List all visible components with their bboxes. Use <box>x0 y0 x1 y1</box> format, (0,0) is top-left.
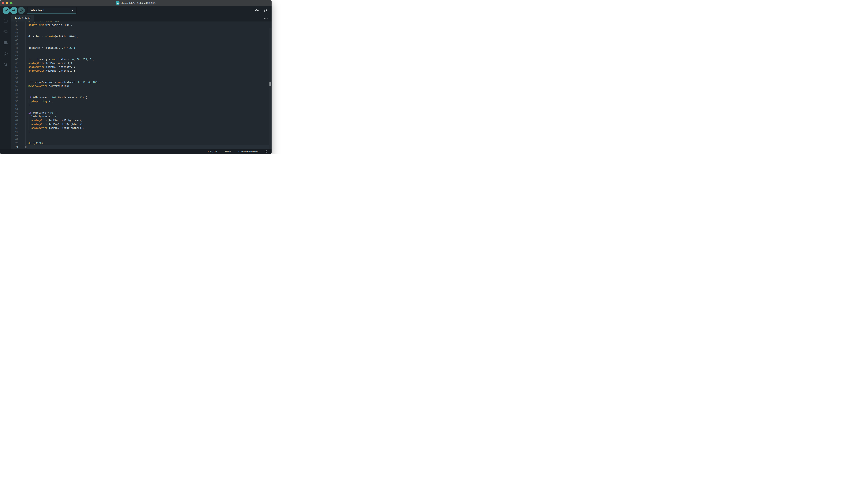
code-line[interactable]: 52 <box>11 73 269 76</box>
notifications-button[interactable] <box>264 150 269 153</box>
code-line[interactable]: 56 <box>11 88 269 92</box>
line-number: 55 <box>11 84 18 88</box>
activity-sidebar <box>0 15 11 149</box>
line-number: 51 <box>11 69 18 73</box>
code-line[interactable]: 51 analogWrite(ledPin3, intensity); <box>11 69 269 73</box>
code-line[interactable]: 57 <box>11 92 269 96</box>
line-number: 52 <box>11 73 18 76</box>
serial-plotter-button[interactable] <box>254 8 259 13</box>
line-number: 40 <box>11 27 18 31</box>
line-number: 38 <box>11 22 18 23</box>
line-number: 58 <box>11 96 18 99</box>
window-title-group: ∞ sketch_feb7a | Arduino IDE 2.0.1 <box>116 1 156 5</box>
sidebar-item-search[interactable] <box>3 62 8 67</box>
code-line[interactable]: 71} <box>11 145 269 149</box>
code-text: duration = pulseIn(echoPin, HIGH); <box>25 34 78 38</box>
code-line[interactable]: 62 if (distance > 50) { <box>11 111 269 114</box>
sidebar-item-debug[interactable] <box>3 51 8 56</box>
verify-button[interactable] <box>3 7 10 14</box>
line-number: 62 <box>11 111 18 114</box>
tab-sketch-feb7a[interactable]: sketch_feb7a.ino <box>11 15 34 22</box>
code-line[interactable]: 69 <box>11 138 269 141</box>
search-icon <box>3 62 8 67</box>
books-icon <box>3 40 8 45</box>
line-number: 46 <box>11 50 18 54</box>
ellipsis-icon <box>264 18 268 19</box>
code-line[interactable]: 67 } <box>11 130 269 134</box>
board-selector-dropdown[interactable]: Select Board <box>27 7 76 14</box>
code-line[interactable]: 66 analogWrite(ledPin3, ledBrightness); <box>11 126 269 130</box>
code-line[interactable]: 61 <box>11 107 269 111</box>
upload-button[interactable] <box>10 7 17 14</box>
code-editor[interactable]: 38 delayMicroseconds(10);39 digitalWrite… <box>11 22 271 149</box>
code-line[interactable]: 38 delayMicroseconds(10); <box>11 22 269 23</box>
code-line[interactable]: 64 analogWrite(ledPin, ledBrightness); <box>11 118 269 122</box>
code-line[interactable]: 43 <box>11 38 269 42</box>
toolbar: Select Board <box>0 6 271 15</box>
line-number: 59 <box>11 99 18 103</box>
sidebar-item-library-manager[interactable] <box>3 40 8 45</box>
code-text: analogWrite(ledPin, intensity); <box>25 61 74 65</box>
line-number: 60 <box>11 103 18 107</box>
editor-column: sketch_feb7a.ino 38 delayMicroseconds(10… <box>11 15 271 149</box>
code-line[interactable]: 59 player.play(4); <box>11 99 269 103</box>
code-line[interactable]: 68 <box>11 134 269 138</box>
minimize-button[interactable] <box>6 2 8 4</box>
debug-button[interactable] <box>18 7 25 14</box>
serial-monitor-button[interactable] <box>263 8 268 13</box>
folder-icon <box>3 19 8 23</box>
waveform-icon <box>255 8 259 12</box>
code-text: analogWrite(ledPin3, ledBrightness); <box>25 126 84 130</box>
line-number: 54 <box>11 80 18 84</box>
traffic-lights <box>2 0 12 6</box>
status-board-selected[interactable]: ✕ No board selected <box>237 150 259 153</box>
code-line[interactable]: 63 ledBrightness = 0; <box>11 114 269 118</box>
code-line[interactable]: 42 duration = pulseIn(echoPin, HIGH); <box>11 34 269 38</box>
code-line[interactable]: 60 } <box>11 103 269 107</box>
main-area: sketch_feb7a.ino 38 delayMicroseconds(10… <box>0 15 271 149</box>
tabbar: sketch_feb7a.ino <box>11 15 271 22</box>
code-line[interactable]: 58 if (distance<= 1000 && distance >= 15… <box>11 96 269 99</box>
titlebar[interactable]: ∞ sketch_feb7a | Arduino IDE 2.0.1 <box>0 0 271 6</box>
code-line[interactable]: 50 analogWrite(ledPin2, intensity); <box>11 65 269 69</box>
x-icon: ✕ <box>238 150 240 153</box>
code-text: analogWrite(ledPin2, ledBrightness); <box>25 122 84 126</box>
code-line[interactable]: 55 myServo.write(servoPosition); <box>11 84 269 88</box>
code-line[interactable]: 46 <box>11 50 269 54</box>
code-line[interactable]: 48 int intensity = map(distance, 0, 50, … <box>11 57 269 61</box>
code-line[interactable]: 45 distance = (duration / 2) / 29.1; <box>11 46 269 50</box>
code-text: } <box>25 103 30 107</box>
code-line[interactable]: 44 <box>11 42 269 46</box>
close-button[interactable] <box>2 2 4 4</box>
code-line[interactable]: 41 <box>11 31 269 34</box>
tab-label: sketch_feb7a.ino <box>14 17 31 19</box>
code-text: digitalWrite(triggerPin, LOW); <box>25 23 72 27</box>
line-number: 47 <box>11 54 18 57</box>
code-line[interactable]: 47 <box>11 54 269 57</box>
code-line[interactable]: 54 int servoPosition = map(distance, 0, … <box>11 80 269 84</box>
line-number: 42 <box>11 34 18 38</box>
window-title: sketch_feb7a | Arduino IDE 2.0.1 <box>121 2 156 4</box>
sidebar-item-boards-manager[interactable] <box>3 30 8 34</box>
code-line[interactable]: 65 analogWrite(ledPin2, ledBrightness); <box>11 122 269 126</box>
code-line[interactable]: 70 delay(100); <box>11 141 269 145</box>
line-number: 61 <box>11 107 18 111</box>
status-encoding[interactable]: UTF-8 <box>224 150 232 153</box>
status-line-col[interactable]: Ln 71, Col 2 <box>206 150 220 153</box>
toolbar-right-group <box>254 6 268 15</box>
scrollbar-thumb[interactable] <box>269 82 271 86</box>
line-number: 70 <box>11 141 18 145</box>
sidebar-item-sketchbook[interactable] <box>3 19 8 23</box>
arduino-ide-window: ∞ sketch_feb7a | Arduino IDE 2.0.1 <box>0 0 271 154</box>
code-line[interactable]: 53 <box>11 76 269 80</box>
code-text: if (distance<= 1000 && distance >= 15) { <box>25 96 87 99</box>
debug-play-bug-icon <box>19 8 24 12</box>
line-number: 71 <box>11 145 18 149</box>
vertical-scrollbar[interactable] <box>269 28 271 149</box>
encoding-text: UTF-8 <box>225 150 231 153</box>
code-line[interactable]: 40 <box>11 27 269 31</box>
more-actions-button[interactable] <box>263 15 269 22</box>
code-line[interactable]: 39 digitalWrite(triggerPin, LOW); <box>11 23 269 27</box>
zoom-button[interactable] <box>10 2 12 4</box>
code-line[interactable]: 49 analogWrite(ledPin, intensity); <box>11 61 269 65</box>
